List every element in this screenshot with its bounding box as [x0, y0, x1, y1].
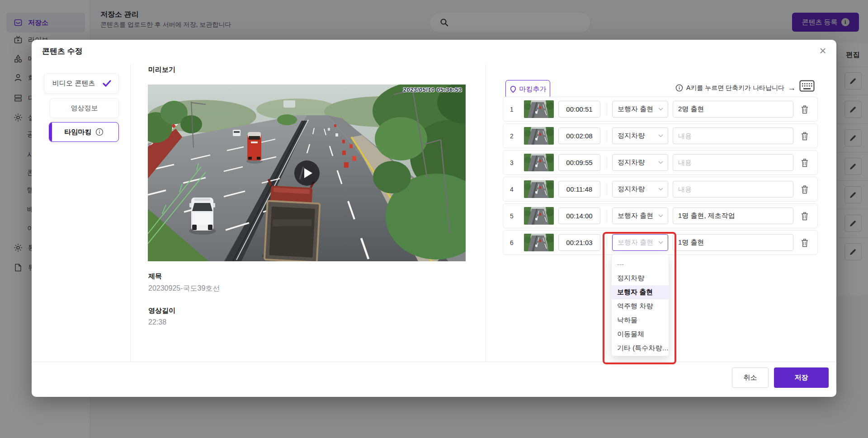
delete-marking-button[interactable]: [797, 182, 812, 197]
marking-note-input[interactable]: [673, 127, 793, 144]
marking-row: 6 보행자 출현: [503, 230, 818, 255]
dropdown-option[interactable]: 정지차량: [612, 271, 669, 285]
divider: [607, 184, 607, 195]
divider: [607, 237, 607, 249]
trash-icon: [801, 132, 808, 141]
marking-row-thumbnail: [524, 180, 554, 198]
page: 저장소 라이브 메 회: [0, 0, 868, 438]
marking-type-dropdown[interactable]: 보행자 출현: [612, 101, 668, 118]
check-icon: [103, 80, 111, 87]
marking-note-input[interactable]: [673, 234, 793, 251]
delete-marking-button[interactable]: [797, 155, 812, 170]
modal-title: 콘텐츠 수정: [42, 46, 83, 57]
chevron-down-icon: [658, 188, 663, 191]
marking-row-thumbnail: [524, 154, 554, 171]
marking-time-input[interactable]: [558, 234, 600, 251]
chevron-down-icon: [658, 241, 663, 244]
divider: [607, 130, 607, 142]
marking-time-input[interactable]: [558, 181, 600, 198]
video-duration-value: 22:38: [148, 318, 166, 326]
marking-row: 5 보행자 출현: [503, 203, 818, 228]
video-title-value: 20230925-국도39호선: [148, 284, 220, 293]
marking-row-index: 4: [503, 177, 520, 201]
tab-video-content[interactable]: 비디오 콘텐츠: [44, 73, 119, 94]
add-marking-button[interactable]: 마킹추가: [505, 80, 550, 99]
trash-icon: [801, 212, 808, 221]
marking-time-input[interactable]: [558, 101, 600, 118]
video-timestamp: 2023/05/10 05:36:53: [403, 86, 462, 93]
dropdown-option[interactable]: 이동물체: [612, 327, 669, 341]
marking-type-dropdown[interactable]: 정지차량: [612, 154, 668, 171]
dropdown-option[interactable]: 기타 (특수차량…: [612, 341, 669, 355]
marking-row-index: 3: [503, 151, 520, 174]
marking-type-value: 정지차량: [618, 158, 645, 167]
marking-type-value: 정지차량: [618, 185, 645, 193]
trash-icon: [801, 105, 808, 114]
marking-row: 1 보행자 출현: [503, 97, 818, 122]
shortcut-hint-text: A키를 누르면 단축키가 나타납니다: [686, 84, 784, 92]
play-button[interactable]: [294, 160, 320, 186]
marking-type-value: 보행자 출현: [618, 238, 653, 247]
marking-row-thumbnail: [524, 127, 554, 145]
close-icon[interactable]: ×: [814, 42, 832, 60]
marking-type-dropdown-panel: ---정지차량보행자 출현역주행 차량낙하물이동물체기타 (특수차량…: [611, 254, 669, 356]
shortcut-hint: A키를 누르면 단축키가 나타납니다 →: [646, 83, 796, 93]
delete-marking-button[interactable]: [797, 102, 812, 117]
info-icon: [675, 84, 683, 92]
road-thumbnail-image: [524, 180, 554, 198]
delete-marking-button[interactable]: [797, 209, 812, 223]
dropdown-option[interactable]: ---: [612, 257, 669, 271]
dropdown-option[interactable]: 보행자 출현: [612, 285, 669, 299]
marking-type-value: 보행자 출현: [618, 105, 653, 113]
divider: [32, 362, 836, 362]
marking-type-value: 보행자 출현: [618, 212, 653, 220]
chevron-down-icon: [658, 108, 663, 111]
video-title-label: 제목: [148, 272, 162, 281]
marking-type-dropdown[interactable]: 정지차량: [612, 181, 668, 198]
marking-row-index: 1: [503, 97, 520, 121]
road-thumbnail-image: [524, 207, 554, 225]
dropdown-option[interactable]: 역주행 차량: [612, 299, 669, 313]
preview-label: 미리보기: [148, 66, 175, 74]
marking-time-input[interactable]: [558, 154, 600, 171]
marking-note-input[interactable]: [673, 181, 793, 198]
trash-icon: [801, 239, 808, 247]
video-preview[interactable]: 2023/05/10 05:36:53: [148, 85, 466, 261]
marking-row: 4 정지차량: [503, 177, 818, 202]
delete-marking-button[interactable]: [797, 129, 812, 143]
marking-note-input[interactable]: [673, 154, 793, 171]
marking-row-index: 5: [503, 204, 520, 228]
divider: [607, 210, 607, 222]
marker-pin-icon: [509, 85, 517, 93]
marking-note-input[interactable]: [673, 101, 793, 118]
trash-icon: [801, 185, 808, 194]
marking-type-dropdown[interactable]: 정지차량: [612, 127, 668, 144]
cancel-button[interactable]: 취소: [732, 367, 769, 388]
marking-type-dropdown[interactable]: 보행자 출현: [612, 234, 668, 251]
divider: [130, 65, 131, 362]
chevron-down-icon: [658, 134, 663, 137]
marking-time-input[interactable]: [558, 207, 600, 224]
delete-marking-button[interactable]: [797, 235, 812, 250]
tab-time-marking[interactable]: 타임마킹: [49, 122, 119, 142]
marking-row: 3 정지차량: [503, 150, 818, 175]
road-thumbnail-image: [524, 100, 554, 118]
road-thumbnail-image: [524, 127, 554, 145]
marking-time-input[interactable]: [558, 127, 600, 144]
chevron-down-icon: [658, 214, 663, 217]
trash-icon: [801, 159, 808, 167]
marking-row-index: 2: [503, 124, 520, 148]
divider: [486, 65, 486, 362]
marking-type-value: 정지차량: [618, 132, 645, 140]
divider: [607, 104, 607, 115]
marking-type-dropdown[interactable]: 보행자 출현: [612, 207, 668, 224]
dropdown-option[interactable]: 낙하물: [612, 313, 669, 327]
info-icon: [95, 128, 104, 136]
road-thumbnail-image: [524, 234, 554, 251]
marking-note-input[interactable]: [673, 207, 793, 224]
edit-content-modal: 콘텐츠 수정 × 비디오 콘텐츠 영상정보 타임마킹 미리보기: [32, 40, 836, 397]
tab-video-info[interactable]: 영상정보: [50, 98, 119, 118]
keyboard-icon: [799, 80, 815, 94]
marking-row-thumbnail: [524, 100, 554, 118]
save-button[interactable]: 저장: [774, 367, 829, 388]
